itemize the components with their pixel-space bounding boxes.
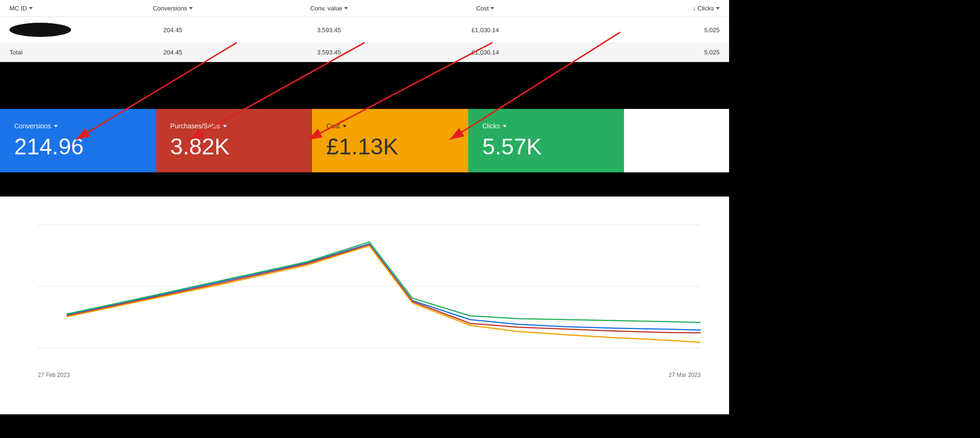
col-convvalue-label: Conv. value — [310, 5, 342, 12]
metric-card-conversions: Conversions 214.96 — [0, 109, 156, 172]
chart-date-labels: 27 Feb 2023 27 Mar 2023 — [38, 372, 701, 378]
right-panel — [729, 0, 980, 438]
metric-purchases-value: 3.82K — [170, 135, 298, 158]
col-mcid-label: MC ID — [9, 5, 27, 12]
table-header-row: MC ID Conversions Conv. value Cost ↓ Cli… — [0, 0, 729, 17]
cell-total-convvalue: 3,593.45 — [251, 49, 407, 56]
metric-card-purchases: Purchases/Sales 3.82K — [156, 109, 312, 172]
metric-card-empty — [624, 109, 729, 172]
metric-cost-value: £1.13K — [326, 135, 454, 158]
col-conversions-label: Conversions — [153, 5, 187, 12]
col-cost-label: Cost — [476, 5, 489, 12]
clicks-dropdown-icon[interactable] — [716, 7, 720, 9]
cell-conversions: 204.45 — [95, 27, 251, 34]
cell-convvalue: 3,593.45 — [251, 27, 407, 34]
line-chart — [38, 206, 701, 367]
col-header-mcid[interactable]: MC ID — [0, 5, 95, 12]
metric-cost-label[interactable]: Cost — [326, 122, 454, 130]
metric-card-clicks: Clicks 5.57K — [468, 109, 624, 172]
cell-mcid — [0, 23, 95, 37]
col-header-clicks[interactable]: ↓ Clicks — [563, 5, 729, 12]
cost-sort-icon[interactable] — [490, 7, 494, 9]
chart-area — [38, 206, 701, 367]
cell-total-conversions: 204.45 — [95, 49, 251, 56]
chart-date-end: 27 Mar 2023 — [669, 372, 701, 378]
convvalue-sort-icon[interactable] — [344, 7, 348, 9]
col-clicks-label: Clicks — [697, 5, 714, 12]
conversions-metric-dropdown[interactable] — [54, 125, 58, 127]
metric-conversions-label[interactable]: Conversions — [14, 122, 142, 130]
cost-metric-dropdown[interactable] — [343, 125, 347, 127]
chart-date-start: 27 Feb 2023 — [38, 372, 70, 378]
metric-card-cost: Cost £1.13K — [312, 109, 468, 172]
table-row: 204.45 3,593.45 £1,030.14 5,025 — [0, 17, 729, 43]
metric-clicks-label[interactable]: Clicks — [482, 122, 610, 130]
cell-clicks: 5,025 — [563, 27, 729, 34]
purchases-metric-dropdown[interactable] — [223, 125, 227, 127]
clicks-sort-arrow: ↓ — [693, 5, 695, 12]
col-header-conversions[interactable]: Conversions — [95, 5, 251, 12]
chart-line-blue — [67, 244, 701, 330]
conversions-sort-icon[interactable] — [189, 7, 193, 9]
metric-conversions-value: 214.96 — [14, 135, 142, 158]
mc-id-oval — [9, 23, 71, 37]
metrics-section: Conversions 214.96 Purchases/Sales 3.82K… — [0, 109, 729, 172]
metric-purchases-label[interactable]: Purchases/Sales — [170, 122, 298, 130]
mcid-sort-icon[interactable] — [29, 7, 33, 9]
cell-total-cost: £1,030.14 — [407, 49, 563, 56]
cell-total-clicks: 5,025 — [563, 49, 729, 56]
chart-section: 27 Feb 2023 27 Mar 2023 — [0, 197, 729, 414]
clicks-metric-dropdown[interactable] — [503, 125, 507, 127]
cell-cost: £1,030.14 — [407, 27, 563, 34]
metric-clicks-value: 5.57K — [482, 135, 610, 158]
col-header-cost[interactable]: Cost — [407, 5, 563, 12]
chart-line-green — [67, 242, 701, 322]
col-header-convvalue[interactable]: Conv. value — [251, 5, 407, 12]
data-table: MC ID Conversions Conv. value Cost ↓ Cli… — [0, 0, 729, 62]
table-total-row: Total 204.45 3,593.45 £1,030.14 5,025 — [0, 43, 729, 62]
cell-total-label: Total — [0, 49, 95, 56]
chart-line-red — [67, 245, 701, 333]
